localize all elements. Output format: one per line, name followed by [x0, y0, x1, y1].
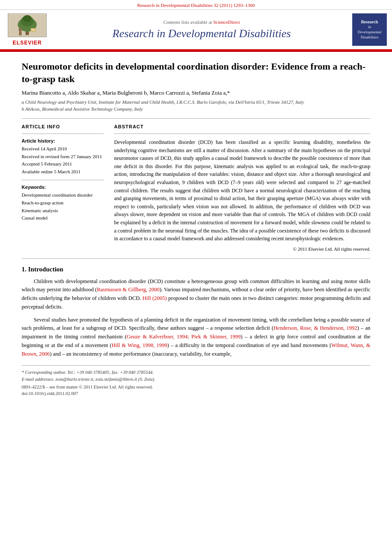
section-divider: [22, 258, 370, 259]
abstract-text: Developmental coordination disorder (DCD…: [114, 138, 370, 243]
intro-para1: Children with developmental coordination…: [22, 277, 370, 312]
history-label: Article history:: [22, 138, 104, 143]
logo-line1: Research: [361, 19, 378, 25]
elsevier-brand-text: ELSEVIER: [13, 40, 41, 46]
journal-citation: Research in Developmental Disabilities 3…: [0, 0, 392, 10]
keyword-3: Kinematic analysis: [22, 207, 104, 215]
journal-header-center: Contents lists available at ScienceDirec…: [55, 13, 348, 46]
footnote-issn: 0891-4222/$ – see front matter © 2011 El…: [22, 385, 370, 389]
available-date: Available online 5 March 2011: [22, 168, 104, 176]
logo-line4: Disabilities: [361, 35, 379, 40]
intro-heading: 1. Introduction: [22, 266, 370, 273]
journal-header: ELSEVIER Contents lists available at Sci…: [0, 10, 392, 51]
ref-geuze1994[interactable]: Geuze & Kalverboer, 1994; Piek & Skinner…: [127, 334, 241, 340]
article-info-column: ARTICLE INFO Article history: Received 1…: [22, 124, 104, 252]
abstract-heading: ABSTRACT: [114, 124, 370, 129]
info-rule: [22, 134, 104, 134]
keyword-2: Reach-to-grasp action: [22, 199, 104, 207]
footnote-star: * Corresponding author. Tel.: +39 040 37…: [22, 369, 370, 376]
affiliations: a Child Neurology and Psychiatry Unit, I…: [22, 99, 370, 112]
svg-point-5: [19, 28, 22, 31]
article-history: Received 14 April 2010 Received in revis…: [22, 145, 104, 175]
elsevier-tree-image: [8, 13, 47, 37]
keywords-rule: [22, 180, 104, 180]
elsevier-logo: ELSEVIER: [3, 13, 51, 46]
ref-wilmut2006[interactable]: Wilmut, Wann, & Brown, 2006: [22, 342, 370, 357]
footnote-email: E-mail addresses: zoia@burlo.trieste.it,…: [22, 376, 370, 383]
keywords-label: Keywords:: [22, 185, 104, 190]
journal-title: Research in Developmental Disabilities: [112, 27, 291, 40]
keywords-list: Developmental coordination disorder Reac…: [22, 191, 104, 222]
authors-line: Marina Biancotto a, Aldo Skabar a, Maria…: [22, 89, 370, 96]
logo-line3: Developmental: [358, 30, 382, 35]
footnote-area: * Corresponding author. Tel.: +39 040 37…: [22, 365, 370, 396]
affil1: a Child Neurology and Psychiatry Unit, I…: [22, 99, 370, 105]
keyword-4: Causal model: [22, 214, 104, 222]
svg-point-4: [23, 15, 32, 22]
accepted-date: Accepted 5 February 2011: [22, 160, 104, 168]
ref-rasmussen[interactable]: Rasmussen & Gillberg, 2000: [97, 287, 159, 293]
logo-line2: in: [368, 25, 371, 30]
article-title: Neuromotor deficits in developmental coo…: [22, 61, 370, 85]
ref-henderson1992[interactable]: Henderson, Rose, & Henderson, 1992: [274, 325, 357, 331]
divider-rule: [22, 118, 370, 119]
footnote-doi: doi:10.1016/j.ridd.2011.02.007: [22, 391, 370, 396]
svg-rect-8: [31, 29, 35, 31]
contents-line: Contents lists available at ScienceDirec…: [163, 19, 240, 25]
revised-date: Received in revised form 27 January 2011: [22, 153, 104, 161]
main-content: Neuromotor deficits in developmental coo…: [0, 52, 392, 404]
abstract-column: ABSTRACT Developmental coordination diso…: [114, 124, 370, 252]
received-date: Received 14 April 2010: [22, 145, 104, 153]
article-info-heading: ARTICLE INFO: [22, 124, 104, 129]
ref-hill2005[interactable]: Hill (2005): [143, 295, 167, 301]
keyword-1: Developmental coordination disorder: [22, 191, 104, 199]
sciencedirect-link[interactable]: ScienceDirect: [213, 19, 240, 25]
affil2: b AbAcus, Biomedical and Assistive Techn…: [22, 106, 370, 112]
copyright-line: © 2011 Elsevier Ltd. All rights reserved…: [114, 246, 370, 252]
journal-logo-box: Research in Developmental Disabilities: [352, 13, 387, 46]
article-body-columns: ARTICLE INFO Article history: Received 1…: [22, 124, 370, 252]
intro-para2: Several studies have promoted the hypoth…: [22, 316, 370, 359]
ref-hill-wing[interactable]: Hill & Wing, 1998, 1999: [112, 342, 167, 348]
svg-rect-6: [19, 31, 22, 35]
abstract-rule: [114, 134, 370, 134]
